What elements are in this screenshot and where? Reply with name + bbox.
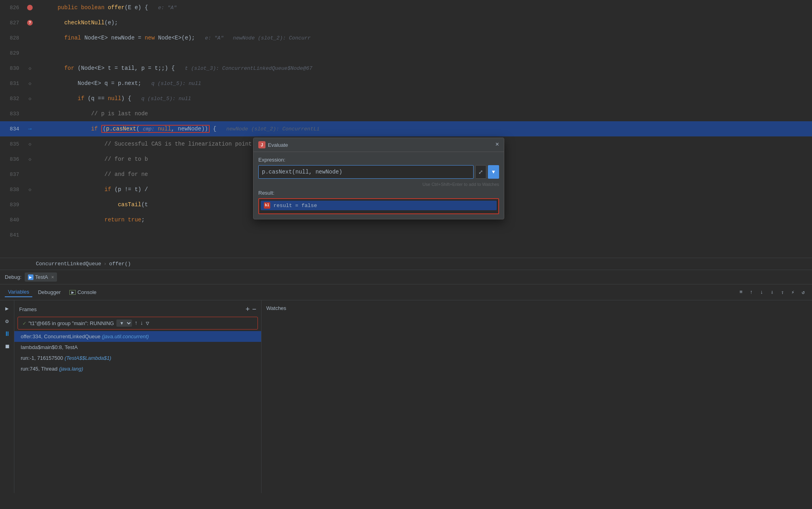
- line-num-837: 837: [0, 172, 24, 178]
- thread-row[interactable]: ✓ "t1"@665 in group "main": RUNNING ▼ ↑ …: [18, 317, 258, 329]
- watches-header: Watches: [265, 304, 809, 314]
- result-icon: bl: [264, 202, 270, 209]
- debug-panel: Debug: ▶ TestA × Variables Debugger ▶ Co…: [0, 270, 812, 509]
- diamond-icon-832: ◇: [28, 96, 31, 102]
- code-line-828: 828 final Node<E> newNode = new Node<E>(…: [0, 30, 812, 45]
- debug-tab-icon: ▶: [28, 274, 33, 280]
- sidebar-settings-icon[interactable]: ⚙: [2, 316, 12, 326]
- diamond-icon-836: ◇: [28, 156, 31, 162]
- debug-toolbar: Variables Debugger ▶ Console ≡ ↑ ↓ ⇩ ⇧ ⚡…: [0, 284, 812, 300]
- debug-sidebar: ▶ ⚙ ⏸ ⏹: [0, 300, 14, 493]
- debug-tab-close[interactable]: ×: [51, 274, 54, 280]
- diamond-icon-835: ◇: [28, 141, 31, 147]
- toolbar-btn-reset[interactable]: ↺: [799, 288, 807, 296]
- frame-location-2: run:-1, 716157500: [21, 355, 65, 361]
- sidebar-run-icon[interactable]: ▶: [2, 304, 12, 313]
- diamond-icon-838: ◇: [28, 187, 31, 193]
- breakpoint-icon-826: [27, 5, 33, 10]
- dialog-title: J Evaluate: [258, 141, 288, 148]
- dialog-titlebar: J Evaluate ×: [254, 138, 504, 152]
- toolbar-btn-up[interactable]: ↑: [747, 288, 755, 296]
- dialog-close-button[interactable]: ×: [495, 142, 499, 148]
- frame-location-3: run:745, Thread: [21, 366, 59, 372]
- arrow-icon-834: →: [28, 126, 31, 132]
- expand-input-button[interactable]: ⤢: [475, 165, 486, 179]
- line-num-829: 829: [0, 50, 24, 56]
- frames-panel: Frames + − ✓ "t1"@665 in group "main": R…: [14, 300, 261, 493]
- debug-content: ▶ ⚙ ⏸ ⏹ Frames + − ✓ "t1"@665 in group "…: [0, 300, 812, 493]
- diamond-icon-831: ◇: [28, 81, 31, 87]
- frame-location-0: offer:334, ConcurrentLinkedQueue: [21, 333, 102, 339]
- frame-item-2[interactable]: run:-1, 716157500 (TestA$$Lambda$1): [14, 353, 261, 363]
- line-num-833: 833: [0, 111, 24, 117]
- breakpoint-question-icon-827: ?: [27, 20, 33, 26]
- line-num-832: 832: [0, 96, 24, 102]
- breadcrumb: ConcurrentLinkedQueue › offer(): [0, 258, 812, 270]
- line-num-830: 830: [0, 65, 24, 71]
- tab-console[interactable]: ▶ Console: [66, 288, 100, 297]
- line-num-841: 841: [0, 232, 24, 238]
- debug-tab-label: TestA: [35, 274, 48, 280]
- sidebar-stop-icon[interactable]: ⏹: [2, 342, 12, 351]
- frame-class-2: (TestA$$Lambda$1): [65, 355, 111, 361]
- expression-hint: Use Ctrl+Shift+Enter to add to Watches: [258, 182, 499, 187]
- thread-dropdown[interactable]: ▼: [116, 320, 132, 327]
- toolbar-btn-step-out[interactable]: ⇧: [779, 288, 786, 296]
- frame-location-1: lambda$main$0:8, TestA: [21, 344, 78, 350]
- gutter-835: ◇: [24, 141, 36, 147]
- debug-header-label: Debug:: [5, 274, 22, 280]
- result-row: bl result = false: [261, 201, 497, 210]
- expression-input-row: ⤢ ▼: [258, 165, 499, 179]
- breadcrumb-method[interactable]: offer(): [109, 261, 131, 267]
- result-value: result = false: [273, 203, 317, 209]
- frame-class-3: (java.lang): [59, 366, 83, 372]
- frames-remove-button[interactable]: −: [252, 305, 256, 314]
- line-num-838: 838: [0, 187, 24, 193]
- expression-dropdown-button[interactable]: ▼: [488, 165, 499, 179]
- debug-header: Debug: ▶ TestA ×: [0, 270, 812, 284]
- toolbar-btn-step-in[interactable]: ⇩: [768, 288, 776, 296]
- line-content-828: final Node<E> newNode = new Node<E>(e); …: [36, 28, 812, 47]
- gutter-826: [24, 5, 36, 10]
- tab-variables[interactable]: Variables: [5, 287, 32, 297]
- frames-actions: + −: [246, 305, 256, 314]
- toolbar-btn-down[interactable]: ↓: [758, 288, 766, 296]
- diamond-icon-830: ◇: [28, 65, 31, 71]
- gutter-827: ?: [24, 20, 36, 26]
- line-num-834: 834: [0, 126, 24, 132]
- line-num-831: 831: [0, 81, 24, 87]
- toolbar-btn-run[interactable]: ⚡: [789, 288, 797, 296]
- frames-add-button[interactable]: +: [246, 305, 250, 314]
- line-num-839: 839: [0, 202, 24, 208]
- gutter-830: ◇: [24, 65, 36, 71]
- gutter-832: ◇: [24, 96, 36, 102]
- toolbar-btn-list[interactable]: ≡: [737, 288, 745, 296]
- breadcrumb-class[interactable]: ConcurrentLinkedQueue: [36, 261, 101, 267]
- line-num-840: 840: [0, 217, 24, 223]
- watches-panel: Watches: [261, 300, 812, 493]
- frames-label: Frames: [19, 306, 37, 312]
- frame-item-0[interactable]: offer:334, ConcurrentLinkedQueue (java.u…: [14, 331, 261, 342]
- expression-label: Expression:: [258, 157, 499, 163]
- thread-arrow-down[interactable]: ↓: [140, 320, 143, 326]
- evaluate-dialog: J Evaluate × Expression: ⤢ ▼ Use Ctrl+Sh…: [253, 138, 504, 219]
- gutter-836: ◇: [24, 156, 36, 162]
- breadcrumb-separator: ›: [104, 261, 107, 267]
- line-num-826: 826: [0, 5, 24, 11]
- frames-header: Frames + −: [14, 304, 261, 315]
- tab-debugger[interactable]: Debugger: [35, 288, 64, 297]
- result-label: Result:: [258, 190, 499, 196]
- evaluate-icon: J: [258, 141, 265, 148]
- thread-arrow-up[interactable]: ↑: [134, 320, 138, 326]
- gutter-831: ◇: [24, 81, 36, 87]
- dialog-body: Expression: ⤢ ▼ Use Ctrl+Shift+Enter to …: [254, 152, 504, 219]
- gutter-838: ◇: [24, 187, 36, 193]
- frame-class-0: (java.util.concurrent): [102, 333, 149, 339]
- thread-filter-icon[interactable]: ▽: [146, 320, 149, 327]
- expression-input[interactable]: [258, 165, 474, 179]
- frame-item-1[interactable]: lambda$main$0:8, TestA: [14, 342, 261, 353]
- gutter-834: →: [24, 126, 36, 132]
- sidebar-pause-icon[interactable]: ⏸: [2, 329, 12, 339]
- frame-item-3[interactable]: run:745, Thread (java.lang): [14, 363, 261, 374]
- debug-tab-testa[interactable]: ▶ TestA ×: [25, 272, 57, 282]
